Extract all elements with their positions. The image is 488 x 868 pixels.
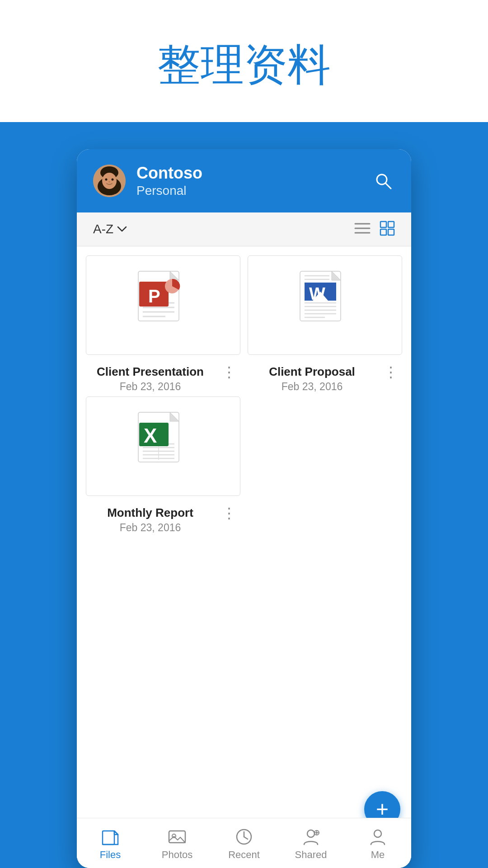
- file-thumbnail-presentation: P: [86, 255, 240, 355]
- nav-photos-label: Photos: [162, 849, 193, 861]
- file-grid: P Client Presentation Feb 23, 2016 ⋮: [77, 246, 411, 534]
- nav-me[interactable]: Me: [355, 827, 400, 861]
- svg-line-47: [244, 837, 248, 839]
- fab-icon: +: [376, 798, 389, 820]
- nav-shared[interactable]: Shared: [288, 827, 333, 861]
- page-title: 整理资料: [157, 40, 331, 89]
- file-thumbnail-report: X: [86, 396, 240, 496]
- file-name-report: Monthly Report: [107, 506, 193, 520]
- file-item-presentation[interactable]: P Client Presentation Feb 23, 2016 ⋮: [86, 255, 240, 393]
- svg-text:P: P: [148, 286, 160, 306]
- nav-recent[interactable]: Recent: [221, 827, 267, 861]
- file-date-proposal: Feb 23, 2016: [282, 381, 343, 393]
- more-options-report[interactable]: ⋮: [218, 504, 240, 522]
- file-item-report[interactable]: X Monthly Report Feb 23, 2016 ⋮: [86, 396, 240, 534]
- file-item-proposal[interactable]: W Client Proposal Feb 23, 2016 ⋮: [248, 255, 402, 393]
- svg-line-8: [385, 183, 391, 189]
- file-name-presentation: Client Presentation: [97, 365, 204, 379]
- content-area: P Client Presentation Feb 23, 2016 ⋮: [77, 246, 411, 868]
- file-date-report: Feb 23, 2016: [120, 522, 181, 534]
- file-thumbnail-proposal: W: [248, 255, 402, 355]
- svg-point-52: [374, 830, 381, 837]
- svg-rect-13: [388, 222, 394, 227]
- nav-photos[interactable]: Photos: [155, 827, 200, 861]
- search-button[interactable]: [371, 169, 395, 193]
- more-options-proposal[interactable]: ⋮: [380, 363, 402, 381]
- nav-files-label: Files: [100, 849, 121, 861]
- view-toggle: [354, 221, 395, 238]
- svg-rect-12: [380, 222, 386, 227]
- grid-view-button[interactable]: [380, 221, 395, 238]
- top-section: 整理资料: [0, 0, 488, 122]
- svg-rect-42: [103, 831, 114, 844]
- file-name-proposal: Client Proposal: [269, 365, 355, 379]
- sort-label: A-Z: [93, 222, 113, 236]
- app-header: Contoso Personal: [77, 149, 411, 212]
- more-options-presentation[interactable]: ⋮: [218, 363, 240, 381]
- user-subtitle: Personal: [136, 184, 361, 198]
- list-view-button[interactable]: [354, 222, 371, 236]
- sort-button[interactable]: A-Z: [93, 222, 127, 236]
- bottom-nav: Files Photos Recent: [77, 818, 411, 868]
- nav-files[interactable]: Files: [88, 827, 133, 861]
- file-row-2: X Monthly Report Feb 23, 2016 ⋮: [86, 396, 402, 534]
- nav-me-label: Me: [371, 849, 385, 861]
- svg-point-4: [105, 179, 108, 181]
- user-name: Contoso: [136, 164, 361, 183]
- svg-rect-43: [169, 831, 185, 843]
- svg-point-3: [102, 173, 117, 189]
- nav-shared-label: Shared: [295, 849, 327, 861]
- file-date-presentation: Feb 23, 2016: [120, 381, 181, 393]
- svg-text:W: W: [309, 284, 325, 303]
- avatar[interactable]: [93, 165, 126, 197]
- empty-cell: [248, 396, 402, 534]
- svg-text:X: X: [144, 425, 157, 447]
- phone-card: Contoso Personal A-Z: [77, 149, 411, 868]
- nav-recent-label: Recent: [228, 849, 260, 861]
- svg-point-5: [112, 179, 114, 181]
- svg-point-6: [108, 181, 110, 183]
- header-text: Contoso Personal: [136, 164, 361, 198]
- file-row-1: P Client Presentation Feb 23, 2016 ⋮: [86, 255, 402, 393]
- svg-point-48: [307, 830, 314, 837]
- svg-rect-14: [380, 229, 386, 235]
- toolbar: A-Z: [77, 212, 411, 246]
- svg-rect-15: [388, 229, 394, 235]
- blue-background: Contoso Personal A-Z: [0, 122, 488, 868]
